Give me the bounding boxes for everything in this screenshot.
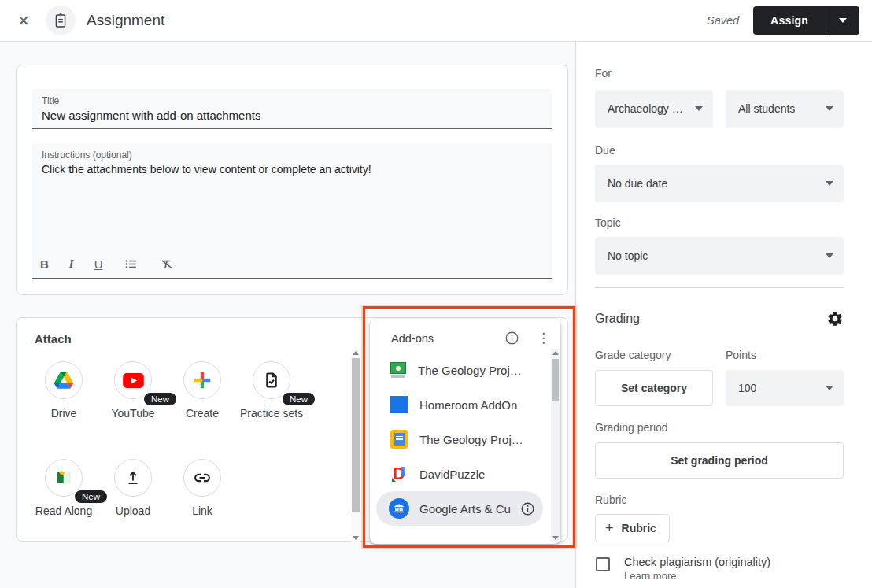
attach-item-label: YouTube [98,405,168,421]
link-icon [183,459,221,497]
info-icon[interactable] [520,501,535,516]
scrollbar-thumb[interactable] [552,359,559,401]
assign-button[interactable]: Assign [753,6,826,35]
grade-category-label: Grade category [595,349,713,361]
addon-item-google-arts[interactable]: Google Arts & Cu [376,491,543,526]
for-label: For [595,67,856,80]
attach-create-button[interactable]: Create [168,361,237,421]
instructions-field[interactable]: Instructions (optional) Click the attach… [32,143,552,279]
chevron-down-icon [695,106,703,111]
attach-label: Attach [35,332,72,346]
bold-button[interactable]: B [40,257,49,271]
attach-item-label: Upload [98,503,168,519]
set-grading-period-button[interactable]: Set grading period [595,442,844,479]
assign-dropdown-arrow[interactable] [826,6,859,35]
points-label: Points [726,349,844,361]
addons-scrollbar[interactable] [551,349,560,542]
italic-button[interactable]: I [69,257,74,271]
set-category-button[interactable]: Set category [595,370,713,406]
clear-formatting-button[interactable] [159,257,174,272]
clipboard-addon-icon [389,429,409,449]
main-content: Title New assignment with add-on attachm… [0,42,575,588]
instructions-field-label: Instructions (optional) [32,143,552,161]
points-dropdown[interactable]: 100 [726,370,844,406]
addon-name: Google Arts & Cu [419,502,511,516]
chevron-down-icon [826,253,833,258]
students-dropdown-value: All students [738,102,795,115]
classroom-addon-icon [389,361,408,379]
addon-item-davidpuzzle[interactable]: D DavidPuzzle [376,457,543,491]
rubric-button-label: Rubric [622,522,656,534]
create-plus-icon [183,361,221,399]
addon-name: Homeroom AddOn [419,398,517,412]
gear-icon[interactable] [826,310,844,327]
attach-scrollbar[interactable] [351,349,360,542]
header: ✕ Assignment Saved Assign [0,0,872,42]
students-dropdown[interactable]: All students [726,90,844,128]
more-options-icon[interactable]: ⋮ [537,330,549,346]
settings-sidebar: For Archaeology … All students Due No du… [575,42,872,588]
assignment-icon [46,6,76,35]
upload-icon [114,459,152,497]
addon-item-geology-1[interactable]: The Geology Proj… [376,353,543,387]
addon-name: DavidPuzzle [419,468,485,481]
page-title: Assignment [87,12,164,29]
rubric-label: Rubric [595,494,856,506]
attach-practice-sets-button[interactable]: New Practice sets [237,361,306,421]
due-date-dropdown[interactable]: No due date [595,165,844,202]
scroll-down-icon[interactable] [353,536,359,540]
scroll-up-icon[interactable] [552,351,559,355]
attach-item-label: Link [168,503,237,519]
topic-dropdown[interactable]: No topic [595,237,844,275]
add-rubric-button[interactable]: + Rubric [595,514,670,542]
title-field[interactable]: Title New assignment with add-on attachm… [32,89,552,129]
bulleted-list-button[interactable] [124,257,139,272]
homeroom-addon-icon [389,394,409,415]
topic-value: No topic [608,250,648,262]
attach-item-label: Practice sets [237,405,306,421]
plus-icon: + [605,520,614,537]
title-field-label: Title [32,89,552,106]
plagiarism-label: Check plagiarism (originality) [624,556,770,568]
addon-item-homeroom[interactable]: Homeroom AddOn [376,387,543,422]
chevron-down-icon [826,181,833,186]
title-field-value: New assignment with add-on attachments [32,106,552,122]
assign-split-button: Assign [753,6,859,35]
scroll-down-icon[interactable] [552,536,559,540]
attach-item-label: Drive [29,405,98,421]
underline-button[interactable]: U [94,257,103,271]
scroll-up-icon[interactable] [353,351,359,355]
grading-heading: Grading [595,312,640,326]
due-date-value: No due date [608,177,667,190]
addons-popup: Add-ons ⋮ The Geology Proj… Homeroom Add… [370,319,560,544]
class-dropdown[interactable]: Archaeology … [595,90,713,128]
attach-youtube-button[interactable]: New YouTube [98,361,168,421]
attach-drive-button[interactable]: Drive [29,361,98,421]
divider [595,287,844,288]
chevron-down-icon [826,386,833,390]
saved-status: Saved [707,14,739,27]
attach-item-label: Create [168,405,237,421]
addon-name: The Geology Proj… [418,364,522,377]
plagiarism-checkbox[interactable] [596,557,610,571]
assignment-form-card: Title New assignment with add-on attachm… [16,65,568,295]
instructions-field-value: Click the attachments below to view cont… [32,161,552,176]
grading-period-label: Grading period [595,421,856,434]
info-icon[interactable] [504,331,519,346]
addon-item-geology-2[interactable]: The Geology Proj… [376,422,543,457]
attach-item-label: Read Along [29,503,98,519]
attach-link-button[interactable]: Link [168,459,237,519]
close-icon[interactable]: ✕ [9,6,38,35]
drive-icon [45,361,83,399]
addons-title: Add-ons [391,332,434,345]
formatting-toolbar: B I U [40,257,174,272]
points-value: 100 [738,382,756,394]
attach-upload-button[interactable]: Upload [98,459,168,519]
davidpuzzle-icon: D [389,464,409,484]
new-badge: New [281,391,316,407]
class-dropdown-value: Archaeology … [608,102,683,115]
attach-read-along-button[interactable]: New Read Along [29,459,98,519]
addons-header: Add-ons ⋮ [370,319,560,346]
learn-more-link[interactable]: Learn more [624,570,676,582]
scrollbar-thumb[interactable] [352,358,360,512]
